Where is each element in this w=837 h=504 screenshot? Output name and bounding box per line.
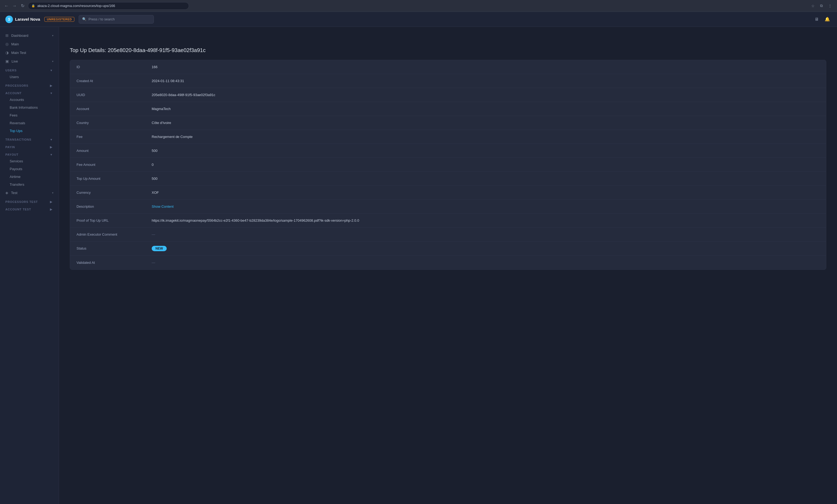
detail-label: Amount <box>70 144 145 158</box>
chevron-down-icon-test: ▾ <box>52 191 53 194</box>
top-bar-actions: 🖥 🔔 <box>812 15 832 24</box>
em-dash: — <box>152 260 155 265</box>
bookmark-button[interactable]: ☆ <box>809 2 817 10</box>
detail-value: 2024-01-11 08:43:31 <box>145 74 826 88</box>
main-test-icon: ◑ <box>5 51 8 55</box>
detail-label: Fee <box>70 130 145 144</box>
table-row: DescriptionShow Content <box>70 200 826 214</box>
sidebar: ⊞ Dashboard ▾ ◎ Main ◑ Main Test ▣ Live … <box>0 27 59 504</box>
section-label-payin: PAYIN ▶ <box>0 142 59 150</box>
chevron-down-icon: ▾ <box>52 34 53 37</box>
sidebar-item-main-test[interactable]: ◑ Main Test <box>0 48 59 57</box>
sidebar-label-main-test: Main Test <box>11 51 26 55</box>
reload-button[interactable]: ↻ <box>19 3 26 9</box>
detail-value: Côte d'Ivoire <box>145 116 826 130</box>
monitor-icon[interactable]: 🖥 <box>812 15 821 24</box>
chevron-down-icon-live: ▾ <box>52 60 53 63</box>
main-icon: ◎ <box>5 42 8 46</box>
lock-icon: 🔒 <box>31 4 35 7</box>
detail-label: Status <box>70 241 145 255</box>
sidebar-label-payouts: Payouts <box>10 167 22 171</box>
back-button[interactable]: ← <box>3 3 10 9</box>
detail-value: — <box>145 255 826 269</box>
sidebar-label-dashboard: Dashboard <box>11 34 29 38</box>
table-row: Admin Executor Comment— <box>70 228 826 241</box>
sidebar-item-live[interactable]: ▣ Live ▾ <box>0 57 59 66</box>
sidebar-label-test: Test <box>11 191 17 195</box>
detail-value: 0 <box>145 158 826 172</box>
sidebar-item-dashboard[interactable]: ⊞ Dashboard ▾ <box>0 31 59 40</box>
table-row: Top Up Amount500 <box>70 172 826 186</box>
table-row: FeeRechargement de Compte <box>70 130 826 144</box>
detail-value: 166 <box>145 60 826 74</box>
sidebar-item-top-ups[interactable]: Top Ups <box>0 127 59 135</box>
sidebar-label-main: Main <box>11 42 19 46</box>
dashboard-icon: ⊞ <box>5 33 8 38</box>
detail-label: Proof of Top Up URL <box>70 214 145 227</box>
section-label-account: ACCOUNT ▾ <box>0 88 59 96</box>
detail-value: — <box>145 228 826 241</box>
app-logo: S Laravel Nova <box>5 16 40 23</box>
sidebar-label-live: Live <box>12 59 18 63</box>
section-label-transactions: TRANSACTIONS ▾ <box>0 135 59 142</box>
detail-label: Fee Amount <box>70 158 145 172</box>
section-label-payout: PAYOUT ▾ <box>0 150 59 157</box>
sidebar-item-users[interactable]: Users <box>0 73 59 81</box>
sidebar-item-transfers[interactable]: Transfers <box>0 181 59 188</box>
detail-label: Account <box>70 102 145 116</box>
table-row: CurrencyXOF <box>70 186 826 200</box>
menu-button[interactable]: ⋮ <box>826 2 834 10</box>
detail-value: Rechargement de Compte <box>145 130 826 144</box>
detail-value: 205e8020-8daa-498f-91f5-93ae02f3a91c <box>145 88 826 102</box>
address-bar[interactable]: 🔒 akaza-2.cloud-magma.com/resources/top-… <box>28 2 189 10</box>
sidebar-item-bank-informations[interactable]: Bank Informations <box>0 104 59 111</box>
extensions-button[interactable]: ⧉ <box>818 2 825 10</box>
table-row: Created At2024-01-11 08:43:31 <box>70 74 826 88</box>
table-row: ID166 <box>70 60 826 74</box>
detail-label: Created At <box>70 74 145 88</box>
sidebar-item-services[interactable]: Services <box>0 157 59 165</box>
browser-nav-buttons: ← → ↻ <box>3 3 26 9</box>
table-row: Amount500 <box>70 144 826 158</box>
search-icon: 🔍 <box>82 17 86 21</box>
search-placeholder: Press / to search <box>89 17 115 21</box>
browser-actions: ☆ ⧉ ⋮ <box>809 2 834 10</box>
em-dash: — <box>152 232 155 236</box>
sidebar-label-transfers: Transfers <box>10 182 24 186</box>
bell-icon[interactable]: 🔔 <box>823 15 832 24</box>
section-label-account-test: ACCOUNT TEST ▶ <box>0 204 59 212</box>
table-row: CountryCôte d'Ivoire <box>70 116 826 130</box>
detail-value: XOF <box>145 186 826 199</box>
main-content: Top Up Details: 205e8020-8daa-498f-91f5-… <box>59 39 837 504</box>
top-bar: S Laravel Nova UNREGISTERED 🔍 Press / to… <box>0 12 837 27</box>
table-row: Proof of Top Up URLhttps://ik.imagekit.i… <box>70 214 826 228</box>
table-row: Validated At— <box>70 255 826 269</box>
detail-value[interactable]: Show Content <box>145 200 826 213</box>
detail-label: Currency <box>70 186 145 199</box>
sidebar-item-test[interactable]: ◈ Test ▾ <box>0 188 59 197</box>
section-label-processors: PROCESSORS ▶ <box>0 81 59 88</box>
sidebar-label-services: Services <box>10 159 23 163</box>
page-title: Top Up Details: 205e8020-8daa-498f-91f5-… <box>70 47 826 53</box>
sidebar-label-bank-informations: Bank Informations <box>10 106 38 109</box>
section-label-processors-test: PROCESSORS TEST ▶ <box>0 197 59 204</box>
sidebar-item-airtime[interactable]: Airtime <box>0 173 59 181</box>
sidebar-item-payouts[interactable]: Payouts <box>0 165 59 173</box>
sidebar-item-accounts[interactable]: Accounts <box>0 96 59 104</box>
detail-card: ID166Created At2024-01-11 08:43:31UUID20… <box>70 60 826 270</box>
table-row: UUID205e8020-8daa-498f-91f5-93ae02f3a91c <box>70 88 826 102</box>
sidebar-label-accounts: Accounts <box>10 98 24 102</box>
show-content-link[interactable]: Show Content <box>152 204 174 209</box>
sidebar-item-reversals[interactable]: Reversals <box>0 119 59 127</box>
search-bar[interactable]: 🔍 Press / to search <box>79 15 154 24</box>
url-text: akaza-2.cloud-magma.com/resources/top-up… <box>37 4 115 8</box>
sidebar-label-airtime: Airtime <box>10 175 20 179</box>
forward-button[interactable]: → <box>11 3 18 9</box>
sidebar-label-top-ups: Top Ups <box>10 129 22 133</box>
detail-value: NEW <box>145 241 826 255</box>
sidebar-item-main[interactable]: ◎ Main <box>0 40 59 48</box>
sidebar-item-fees[interactable]: Fees <box>0 111 59 119</box>
sidebar-label-fees: Fees <box>10 113 17 117</box>
table-row: StatusNEW <box>70 241 826 255</box>
detail-label: Admin Executor Comment <box>70 228 145 241</box>
